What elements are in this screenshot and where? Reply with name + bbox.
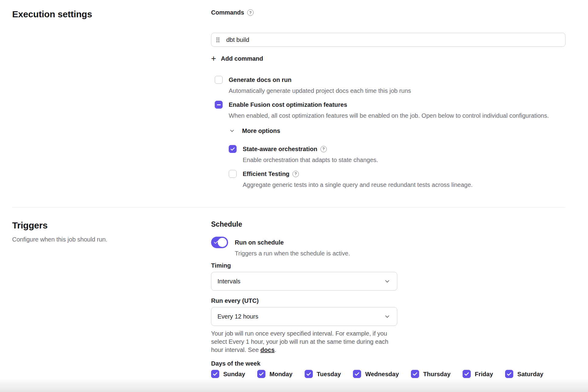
commands-label: Commands — [211, 8, 244, 16]
tuesday-checkbox[interactable] — [305, 370, 313, 378]
day-checkbox-monday[interactable]: Monday — [257, 370, 292, 378]
days-of-week-label: Days of the week — [211, 360, 566, 367]
command-value: dbt build — [226, 36, 249, 43]
more-options-toggle[interactable]: More options — [229, 127, 280, 135]
drag-handle-icon[interactable] — [216, 37, 220, 42]
run-on-schedule-label: Run on schedule — [235, 238, 350, 246]
commands-label-row: Commands ? — [211, 8, 566, 16]
execution-settings-right-col: Commands ? dbt build + Add command — [211, 8, 566, 189]
timing-select-value: Intervals — [217, 278, 241, 285]
run-every-hint: Your job will run once every specified i… — [211, 329, 396, 354]
run-on-schedule-texts: Run on schedule Triggers a run when the … — [235, 237, 350, 257]
efficient-testing-label: Efficient Testing ? — [243, 170, 299, 178]
execution-settings-section: Execution settings Commands ? dbt build … — [12, 8, 566, 189]
run-on-schedule-toggle[interactable] — [211, 237, 228, 248]
monday-checkbox[interactable] — [257, 370, 265, 378]
run-on-schedule-row: Run on schedule Triggers a run when the … — [211, 237, 566, 257]
commands-help-icon[interactable]: ? — [247, 9, 254, 16]
check-icon — [355, 372, 359, 376]
command-input[interactable]: dbt build — [211, 33, 566, 47]
generate-docs-label: Generate docs on run — [229, 76, 292, 84]
timing-label: Timing — [211, 262, 566, 269]
indeterminate-dash-icon — [217, 104, 221, 105]
day-checkbox-thursday[interactable]: Thursday — [411, 370, 450, 378]
option-fusion-row[interactable]: Enable Fusion cost optimization features — [215, 101, 566, 109]
check-icon — [231, 147, 235, 151]
docs-link[interactable]: docs — [260, 346, 275, 353]
check-icon — [413, 372, 417, 376]
chevron-down-icon — [384, 313, 390, 319]
toggle-knob — [218, 238, 227, 247]
generate-docs-checkbox[interactable] — [215, 76, 223, 84]
chevron-down-icon — [384, 278, 390, 284]
run-every-select[interactable]: Every 12 hours — [211, 307, 397, 326]
efficient-testing-description: Aggregate generic tests into a single qu… — [229, 181, 566, 189]
friday-checkbox[interactable] — [463, 370, 471, 378]
day-checkbox-sunday[interactable]: Sunday — [211, 370, 245, 378]
job-settings-page: Execution settings Commands ? dbt build … — [0, 0, 588, 378]
option-state-aware: State-aware orchestration ? Enable orche… — [229, 145, 566, 164]
option-state-aware-row[interactable]: State-aware orchestration ? — [229, 145, 566, 153]
day-checkbox-friday[interactable]: Friday — [463, 370, 493, 378]
check-icon — [213, 372, 217, 376]
state-aware-checkbox[interactable] — [229, 145, 237, 153]
efficient-testing-help-icon[interactable]: ? — [292, 171, 299, 177]
timing-select[interactable]: Intervals — [211, 272, 397, 291]
state-aware-label: State-aware orchestration ? — [243, 145, 327, 153]
add-command-button[interactable]: + Add command — [211, 55, 263, 63]
run-on-schedule-description: Triggers a run when the schedule is acti… — [235, 249, 350, 257]
days-of-week-row: Sunday Monday Tuesday — [211, 370, 566, 378]
fusion-label: Enable Fusion cost optimization features — [229, 101, 347, 109]
hint-text: Your job will run once every specified i… — [211, 330, 388, 353]
triggers-right-col: Schedule Run on schedule Triggers a run … — [211, 220, 566, 378]
execution-settings-left-col: Execution settings — [12, 8, 211, 189]
state-aware-description: Enable orchestration that adapts to stat… — [229, 156, 566, 164]
hint-suffix: . — [275, 346, 276, 353]
run-every-label: Run every (UTC) — [211, 297, 566, 305]
check-icon — [306, 372, 311, 376]
chevron-down-icon — [229, 128, 235, 133]
triggers-title: Triggers — [12, 220, 211, 231]
check-icon — [259, 372, 264, 376]
option-efficient-testing: Efficient Testing ? Aggregate generic te… — [229, 170, 566, 189]
option-generate-docs: Generate docs on run Automatically gener… — [215, 76, 566, 95]
wednesday-checkbox[interactable] — [353, 370, 361, 378]
check-icon — [507, 372, 511, 376]
execution-settings-title: Execution settings — [12, 8, 211, 20]
schedule-title: Schedule — [211, 220, 566, 229]
saturday-checkbox[interactable] — [505, 370, 513, 378]
triggers-left-col: Triggers Configure when this job should … — [12, 220, 211, 378]
check-icon — [464, 372, 469, 376]
more-options-label: More options — [242, 127, 280, 135]
day-checkbox-saturday[interactable]: Saturday — [505, 370, 543, 378]
add-command-label: Add command — [221, 55, 263, 63]
state-aware-help-icon[interactable]: ? — [320, 146, 327, 152]
fusion-checkbox-indeterminate[interactable] — [215, 101, 223, 109]
bottom-scroll-fade — [0, 378, 588, 392]
day-checkbox-wednesday[interactable]: Wednesday — [353, 370, 399, 378]
efficient-testing-checkbox[interactable] — [229, 170, 237, 178]
sunday-checkbox[interactable] — [211, 370, 219, 378]
triggers-subtitle: Configure when this job should run. — [12, 235, 211, 243]
option-fusion: Enable Fusion cost optimization features… — [215, 101, 566, 120]
run-every-select-value: Every 12 hours — [217, 313, 258, 320]
plus-icon: + — [211, 55, 216, 62]
triggers-section: Triggers Configure when this job should … — [12, 208, 566, 378]
day-checkbox-tuesday[interactable]: Tuesday — [305, 370, 341, 378]
fusion-description: When enabled, all cost optimization feat… — [215, 112, 566, 120]
generate-docs-description: Automatically generate updated project d… — [215, 87, 566, 95]
thursday-checkbox[interactable] — [411, 370, 419, 378]
option-efficient-testing-row[interactable]: Efficient Testing ? — [229, 170, 566, 178]
option-generate-docs-row[interactable]: Generate docs on run — [215, 76, 566, 84]
